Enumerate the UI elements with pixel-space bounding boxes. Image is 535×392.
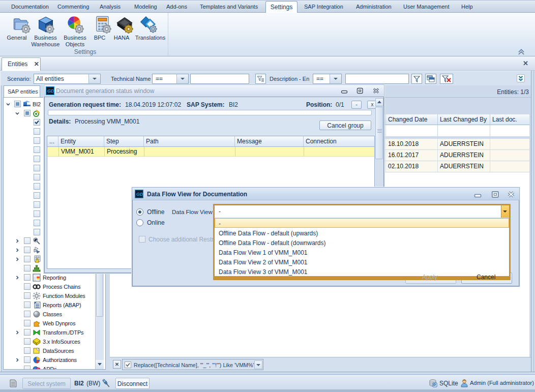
svg-text:GD: GD: [136, 192, 143, 197]
svg-text:GD: GD: [47, 88, 54, 94]
